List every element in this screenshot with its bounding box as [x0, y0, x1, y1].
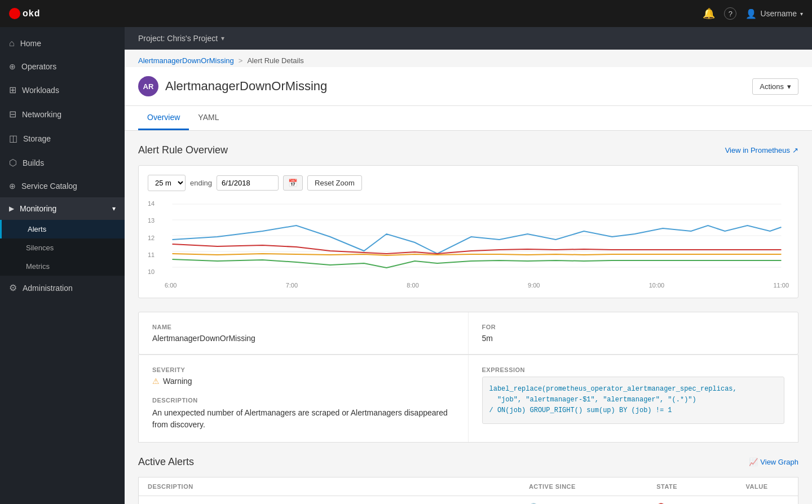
- alerts-table: DESCRIPTION ACTIVE SINCE STATE VALUE: [138, 477, 798, 504]
- expression-label: EXPRESSION: [482, 366, 785, 373]
- metrics-label: Metrics: [26, 262, 50, 271]
- user-chevron-icon: ▾: [800, 11, 803, 17]
- table-row: An unexpected number of Alertmanagers ar…: [139, 496, 798, 505]
- sidebar-sub-item-silences[interactable]: Silences: [0, 238, 125, 257]
- severity-value: ⚠ Warning: [152, 377, 454, 386]
- sidebar-item-operators[interactable]: ⊕ Operators: [0, 55, 125, 78]
- tab-overview[interactable]: Overview: [138, 106, 189, 130]
- calendar-icon: 📅: [288, 179, 298, 187]
- user-menu[interactable]: 👤 Username ▾: [745, 8, 803, 19]
- chart-svg-container: 6:00 7:00 8:00 9:00 10:00 11:00: [165, 200, 789, 289]
- workloads-icon: ⊞: [9, 85, 16, 95]
- expression-value: label_replace(prometheus_operator_alertm…: [482, 377, 785, 424]
- sidebar-item-builds[interactable]: ⬡ Builds: [0, 151, 125, 175]
- sidebar-sub-item-alerts[interactable]: Alerts: [0, 220, 125, 238]
- x-axis-labels: 6:00 7:00 8:00 9:00 10:00 11:00: [165, 281, 789, 289]
- chart-controls: 25 m 5 m 10 m 15 m 30 m 1 h ending 📅 Res…: [148, 175, 789, 191]
- sidebar-item-administration[interactable]: ⚙ Administration: [0, 276, 125, 300]
- y-axis-labels: 10 11 12 13 14: [148, 200, 165, 289]
- chart-with-y-axis: 10 11 12 13 14: [148, 200, 789, 289]
- alert-rule-overview-header: Alert Rule Overview View in Prometheus ↗: [138, 144, 798, 156]
- project-chevron-icon: ▾: [221, 34, 224, 42]
- sidebar-item-operators-label: Operators: [21, 62, 116, 71]
- user-icon: 👤: [745, 8, 757, 19]
- chart-icon: 📈: [749, 458, 758, 466]
- sidebar-item-administration-label: Administration: [23, 284, 116, 293]
- details-bottom-row: SEVERITY ⚠ Warning DESCRIPTION An unexpe…: [138, 355, 798, 443]
- actions-button[interactable]: Actions ▾: [752, 78, 798, 95]
- networking-icon: ⊟: [9, 109, 16, 120]
- reset-zoom-button[interactable]: Reset Zoom: [307, 175, 362, 191]
- col-description: DESCRIPTION: [139, 478, 520, 496]
- monitoring-icon: ▶: [9, 205, 14, 213]
- warning-triangle-icon: ⚠: [152, 377, 160, 386]
- sidebar-item-networking-label: Networking: [22, 110, 116, 119]
- chart-container: 25 m 5 m 10 m 15 m 30 m 1 h ending 📅 Res…: [138, 165, 798, 298]
- sidebar-item-builds-label: Builds: [23, 158, 116, 167]
- description-field: DESCRIPTION An unexpected number of Aler…: [152, 397, 454, 431]
- details-for-field: FOR 5m: [469, 312, 798, 354]
- logo-circle-icon: [9, 8, 20, 19]
- navbar-icons: 🔔 ? 👤 Username ▾: [703, 7, 803, 20]
- alert-rule-overview-title: Alert Rule Overview: [138, 144, 228, 156]
- storage-icon: ◫: [9, 133, 17, 144]
- breadcrumb-separator: >: [239, 56, 243, 65]
- chart-area: 10 11 12 13 14: [148, 200, 789, 289]
- sidebar-item-home[interactable]: ⌂ Home: [0, 32, 125, 55]
- severity-label: SEVERITY: [152, 366, 454, 373]
- operators-icon: ⊕: [9, 62, 16, 71]
- sidebar-sub-item-metrics[interactable]: Metrics: [0, 257, 125, 276]
- sidebar-item-monitoring[interactable]: ▶ Monitoring ▾: [0, 197, 125, 220]
- alert-active-since-cell: 🕐 May 31, 5:27 pm: [520, 496, 647, 505]
- page-title: AlertmanagerDownOrMissing: [165, 79, 327, 94]
- details-severity-description: SEVERITY ⚠ Warning DESCRIPTION An unexpe…: [139, 355, 469, 442]
- alert-state-cell: 🔇 Silenced: [647, 496, 736, 505]
- notification-icon[interactable]: 🔔: [703, 7, 715, 20]
- brand-logo[interactable]: okd: [9, 8, 40, 19]
- breadcrumb: AlertmanagerDownOrMissing > Alert Rule D…: [125, 50, 812, 67]
- col-state: STATE: [647, 478, 736, 496]
- monitoring-submenu: Alerts Silences Metrics: [0, 220, 125, 276]
- tab-yaml[interactable]: YAML: [189, 106, 228, 130]
- help-icon[interactable]: ?: [724, 7, 736, 20]
- navbar: okd 🔔 ? 👤 Username ▾: [0, 0, 812, 27]
- alert-value-cell: 2: [737, 496, 798, 505]
- sidebar-item-storage[interactable]: ◫ Storage: [0, 126, 125, 151]
- active-alerts-section: Active Alerts 📈 View Graph DESCRIPTION: [138, 456, 798, 504]
- details-expression-field: EXPRESSION label_replace(prometheus_oper…: [469, 355, 798, 442]
- sidebar-item-service-catalog[interactable]: ⊕ Service Catalog: [0, 175, 125, 197]
- username-label: Username: [760, 9, 797, 18]
- calendar-button[interactable]: 📅: [283, 175, 303, 191]
- page-header-left: AR AlertmanagerDownOrMissing: [138, 76, 327, 96]
- logo-text: okd: [23, 8, 40, 19]
- content-area: Alert Rule Overview View in Prometheus ↗…: [125, 131, 812, 504]
- view-prometheus-link[interactable]: View in Prometheus ↗: [725, 146, 798, 154]
- builds-icon: ⬡: [9, 157, 17, 168]
- sidebar-item-workloads-label: Workloads: [22, 86, 116, 95]
- view-graph-link[interactable]: 📈 View Graph: [749, 458, 798, 466]
- sidebar-item-service-catalog-label: Service Catalog: [21, 182, 116, 191]
- chart-date-input[interactable]: [217, 175, 279, 191]
- active-alerts-header: Active Alerts 📈 View Graph: [138, 456, 798, 468]
- service-catalog-icon: ⊕: [9, 182, 16, 191]
- alerts-label: Alerts: [28, 225, 46, 233]
- ending-label: ending: [190, 179, 212, 187]
- external-link-icon: ↗: [792, 146, 798, 154]
- sidebar-item-networking[interactable]: ⊟ Networking: [0, 102, 125, 126]
- sidebar-item-storage-label: Storage: [23, 134, 116, 143]
- breadcrumb-link[interactable]: AlertmanagerDownOrMissing: [138, 56, 234, 65]
- col-active-since: ACTIVE SINCE: [520, 478, 647, 496]
- sidebar-item-workloads[interactable]: ⊞ Workloads: [0, 78, 125, 102]
- sidebar: ⌂ Home ⊕ Operators ⊞ Workloads ⊟ Network…: [0, 27, 125, 504]
- duration-select[interactable]: 25 m 5 m 10 m 15 m 30 m 1 h: [148, 175, 186, 191]
- chart-svg: [165, 200, 789, 279]
- administration-icon: ⚙: [9, 282, 17, 293]
- home-icon: ⌂: [9, 38, 15, 48]
- project-selector[interactable]: Project: Chris's Project: [138, 34, 218, 43]
- page-header: AR AlertmanagerDownOrMissing Actions ▾: [125, 67, 812, 106]
- page-avatar: AR: [138, 76, 158, 96]
- name-label: NAME: [152, 324, 454, 330]
- actions-label: Actions: [760, 82, 784, 91]
- layout: ⌂ Home ⊕ Operators ⊞ Workloads ⊟ Network…: [0, 0, 812, 504]
- col-value: VALUE: [737, 478, 798, 496]
